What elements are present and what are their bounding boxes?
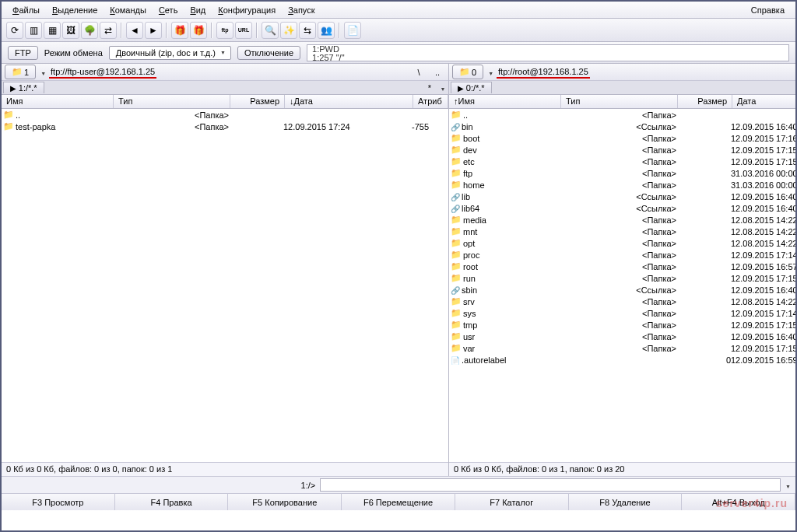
users-icon[interactable]: 👥: [318, 22, 335, 39]
file-name: .autorelabel: [462, 355, 507, 365]
file-row[interactable]: sbin<Ссылка>12.09.2015 16:40L777: [449, 284, 797, 296]
file-row[interactable]: dev<Папка>12.09.2015 17:15-755: [449, 144, 797, 156]
left-up[interactable]: ..: [430, 68, 445, 77]
file-name: tmp: [463, 320, 477, 330]
arrow-left-icon[interactable]: ◄: [126, 22, 143, 39]
fnkey[interactable]: F4 Правка: [115, 494, 229, 510]
right-tab[interactable]: ▶ 0:/*.*: [451, 82, 492, 93]
file-row[interactable]: ..<Папка>: [449, 109, 797, 121]
left-history[interactable]: [436, 83, 448, 93]
link-icon: [451, 285, 460, 295]
file-date: 12.09.2015 17:15: [731, 157, 797, 166]
file-row[interactable]: var<Папка>12.09.2015 17:15-755: [449, 342, 797, 354]
right-path[interactable]: ftp://root@192.168.1.25: [497, 66, 590, 79]
fnkey[interactable]: F7 Каталог: [455, 494, 569, 510]
hdr-date[interactable]: Дата: [732, 95, 797, 108]
disconnect-button[interactable]: Отключение: [237, 46, 300, 60]
file-name: ..: [16, 110, 20, 120]
fnkey[interactable]: F8 Удаление: [569, 494, 683, 510]
gift-icon[interactable]: 🎁: [190, 22, 207, 39]
hdr-name[interactable]: ↑Имя: [449, 95, 561, 108]
compare-icon[interactable]: ⇆: [299, 22, 316, 39]
file-attr: -755: [412, 122, 447, 131]
cmdline-input[interactable]: [320, 478, 781, 492]
menu-Сеть[interactable]: Сеть: [153, 4, 184, 16]
refresh-icon[interactable]: ⟳: [6, 22, 23, 39]
file-row[interactable]: test-papka<Папка>12.09.2015 17:24-755: [2, 121, 448, 132]
file-row[interactable]: home<Папка>31.03.2016 00:00-755: [449, 179, 797, 191]
layout-1-icon[interactable]: ▥: [25, 22, 42, 39]
mode-select[interactable]: Двоичный (zip, doc и т.д.): [109, 46, 231, 60]
arrow-right-icon[interactable]: ►: [145, 22, 162, 39]
left-tab[interactable]: ▶ 1:/*.*: [3, 82, 44, 93]
file-row[interactable]: bin<Ссылка>12.09.2015 16:40L777: [449, 121, 797, 132]
right-drive-dropdown[interactable]: [486, 68, 493, 77]
folder-icon: [451, 308, 462, 318]
file-row[interactable]: opt<Папка>12.08.2015 14:22-755: [449, 237, 797, 249]
hdr-name[interactable]: Имя: [2, 95, 114, 108]
file-row[interactable]: media<Папка>12.08.2015 14:22-755: [449, 214, 797, 226]
left-fav[interactable]: *: [423, 83, 436, 93]
file-icon: [451, 355, 460, 365]
right-pane: 📁0 ftp://root@192.168.1.25 \ .. ▶ 0:/*.*…: [449, 64, 797, 476]
layout-2-icon[interactable]: ▦: [44, 22, 61, 39]
folder-icon: [451, 343, 462, 353]
file-row[interactable]: lib<Ссылка>12.09.2015 16:40L777: [449, 191, 797, 202]
file-row[interactable]: usr<Папка>12.09.2015 16:40-755: [449, 331, 797, 342]
notepad-icon[interactable]: 📄: [344, 22, 361, 39]
file-name: sys: [463, 309, 476, 318]
menu-Выделение[interactable]: Выделение: [46, 4, 104, 16]
file-name: boot: [463, 134, 479, 143]
ftp-button[interactable]: FTP: [8, 46, 38, 60]
picture-icon[interactable]: 🖼: [62, 22, 79, 39]
file-row[interactable]: mnt<Папка>12.08.2015 14:22-755: [449, 226, 797, 237]
menu-Конфигурация[interactable]: Конфигурация: [212, 4, 282, 16]
tree-icon[interactable]: 🌳: [81, 22, 98, 39]
menu-Запуск[interactable]: Запуск: [282, 4, 321, 16]
left-root[interactable]: \: [411, 68, 427, 77]
file-name: mnt: [463, 227, 477, 236]
file-row[interactable]: .autorelabel012.09.2015 16:59-644: [449, 354, 797, 366]
right-filelist[interactable]: ..<Папка>bin<Ссылка>12.09.2015 16:40L777…: [449, 109, 797, 462]
cmdline-history[interactable]: [784, 481, 791, 490]
file-row[interactable]: boot<Папка>12.09.2015 17:16-555: [449, 132, 797, 144]
hdr-date[interactable]: ↓Дата: [285, 95, 413, 108]
menu-Вид[interactable]: Вид: [184, 4, 212, 16]
file-row[interactable]: lib64<Ссылка>12.09.2015 16:40L777: [449, 202, 797, 214]
file-row[interactable]: srv<Папка>12.08.2015 14:22-755: [449, 296, 797, 307]
hdr-size[interactable]: Размер: [678, 95, 732, 108]
hdr-type[interactable]: Тип: [114, 95, 230, 108]
fnkey[interactable]: Alt+F4 Выход: [682, 494, 795, 510]
wand-icon[interactable]: ✨: [280, 22, 297, 39]
left-filelist[interactable]: ..<Папка>test-papka<Папка>12.09.2015 17:…: [2, 109, 448, 462]
hdr-attr[interactable]: Атриб: [413, 95, 448, 108]
file-row[interactable]: run<Папка>12.09.2015 17:15-755: [449, 272, 797, 284]
left-drive[interactable]: 📁1: [5, 65, 36, 79]
menu-Команды[interactable]: Команды: [104, 4, 153, 16]
file-date: 31.03.2016 00:00: [731, 180, 797, 190]
swap-icon[interactable]: ⇄: [100, 22, 117, 39]
fnkey[interactable]: F6 Перемещение: [342, 494, 455, 510]
file-date: 12.08.2015 14:22: [731, 215, 797, 225]
file-row[interactable]: proc<Папка>12.09.2015 17:14-555: [449, 249, 797, 261]
file-row[interactable]: ..<Папка>: [2, 109, 448, 121]
left-path[interactable]: ftp://ftp-user@192.168.1.25: [49, 66, 156, 79]
file-type: <Папка>: [560, 332, 676, 341]
binoculars-icon[interactable]: 🔍: [262, 22, 279, 39]
file-row[interactable]: ftp<Папка>31.03.2016 00:00-777: [449, 167, 797, 179]
file-row[interactable]: etc<Папка>12.09.2015 17:15-755: [449, 156, 797, 167]
fnkey[interactable]: F3 Просмотр: [2, 494, 115, 510]
file-row[interactable]: tmp<Папка>12.09.2015 17:15S777: [449, 319, 797, 331]
menu-help[interactable]: Справка: [745, 4, 791, 16]
left-drive-dropdown[interactable]: [39, 68, 46, 77]
ftp-icon[interactable]: ftp: [216, 22, 233, 39]
fnkey[interactable]: F5 Копирование: [228, 494, 342, 510]
gift-red-icon[interactable]: 🎁: [171, 22, 188, 39]
menu-Файлы[interactable]: Файлы: [6, 4, 46, 16]
hdr-type[interactable]: Тип: [561, 95, 678, 108]
url-icon[interactable]: URL: [235, 22, 252, 39]
file-row[interactable]: sys<Папка>12.09.2015 17:14-555: [449, 307, 797, 319]
hdr-size[interactable]: Размер: [230, 95, 285, 108]
right-drive[interactable]: 📁0: [452, 65, 483, 79]
file-row[interactable]: root<Папка>12.09.2015 16:57-550: [449, 261, 797, 272]
